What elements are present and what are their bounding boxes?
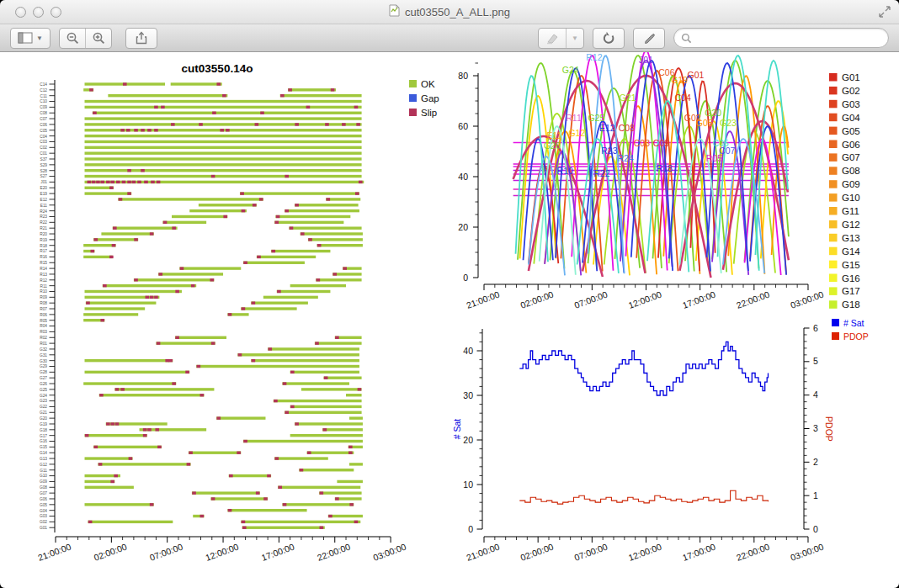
svg-text:G07: G07 (842, 152, 860, 162)
window-titlebar[interactable]: cut03550_A_ALL.png (0, 0, 899, 24)
svg-text:C03: C03 (40, 140, 47, 144)
zoom-window-button[interactable] (51, 7, 61, 18)
svg-text:E19: E19 (40, 192, 47, 196)
svg-text:J01: J01 (639, 55, 653, 65)
svg-text:0: 0 (813, 524, 818, 534)
sidebar-icon (18, 32, 33, 44)
svg-text:G25: G25 (588, 113, 605, 123)
chevron-down-icon: ▼ (572, 34, 578, 42)
svg-text:G24: G24 (562, 65, 579, 75)
svg-text:R09: R09 (40, 295, 47, 299)
svg-text:4: 4 (813, 389, 818, 400)
svg-text:G30: G30 (40, 359, 47, 363)
svg-text:R11: R11 (40, 284, 48, 289)
svg-text:R07: R07 (40, 307, 47, 311)
zoom-segment (59, 28, 112, 49)
svg-text:R23: R23 (601, 146, 617, 156)
svg-text:G07: G07 (40, 491, 47, 495)
svg-text:R08: R08 (40, 301, 47, 305)
highlight-dropdown-button[interactable]: ▼ (566, 29, 583, 48)
rotate-left-button[interactable] (593, 28, 625, 49)
svg-text:22:00:00: 22:00:00 (735, 542, 771, 563)
svg-text:G18: G18 (842, 299, 860, 310)
svg-text:G12: G12 (40, 463, 47, 467)
document-icon (389, 4, 400, 20)
svg-text:R12: R12 (40, 278, 47, 283)
svg-text:12:00:00: 12:00:00 (627, 542, 663, 563)
svg-text:R20: R20 (40, 232, 47, 236)
svg-text:G24: G24 (40, 394, 47, 398)
svg-text:G25: G25 (40, 388, 47, 392)
search-field[interactable] (673, 28, 889, 48)
preview-window: cut03550_A_ALL.png ▼ (0, 0, 899, 588)
svg-text:G10: G10 (842, 193, 860, 203)
chevron-down-icon: ▼ (36, 34, 43, 42)
svg-text:G19: G19 (671, 75, 688, 85)
svg-text:PDOP: PDOP (824, 416, 834, 442)
svg-text:R03: R03 (40, 330, 47, 334)
minimize-button[interactable] (33, 7, 44, 18)
svg-text:21:00:00: 21:00:00 (36, 542, 72, 563)
svg-text:03:00:00: 03:00:00 (789, 289, 825, 310)
zoom-out-button[interactable] (60, 29, 85, 48)
svg-text:G21: G21 (620, 93, 636, 103)
svg-text:G14: G14 (842, 246, 860, 257)
svg-text:R10: R10 (40, 289, 47, 294)
svg-text:G04: G04 (842, 113, 860, 123)
svg-text:Slip: Slip (421, 108, 437, 118)
sidebar-button[interactable]: ▼ (10, 28, 51, 49)
svg-text:E12: E12 (599, 123, 615, 133)
svg-text:G02: G02 (40, 520, 47, 524)
svg-text:1: 1 (813, 490, 818, 501)
svg-text:21:00:00: 21:00:00 (465, 542, 501, 563)
svg-text:G11: G11 (842, 206, 859, 216)
svg-text:C09: C09 (653, 138, 669, 148)
svg-text:E20: E20 (40, 186, 47, 190)
svg-text:G15: G15 (842, 260, 860, 270)
svg-text:R06: R06 (40, 313, 47, 317)
svg-text:# Sat: # Sat (843, 318, 864, 328)
markup-button[interactable] (633, 28, 665, 49)
svg-text:G05: G05 (40, 503, 47, 507)
svg-text:R15: R15 (40, 261, 47, 265)
svg-text:G17: G17 (842, 286, 860, 296)
search-input[interactable] (696, 31, 881, 45)
close-button[interactable] (15, 7, 26, 18)
obs-chart: cut03550.14oC14C12C11C10C09C08C07C06C05C… (36, 62, 439, 563)
svg-text:G05: G05 (842, 126, 860, 136)
svg-text:G03: G03 (842, 99, 860, 109)
svg-text:G02: G02 (842, 86, 860, 96)
svg-text:12:00:00: 12:00:00 (627, 289, 663, 310)
highlight-segment: ▼ (538, 28, 584, 49)
svg-text:E11: E11 (40, 204, 48, 208)
document-view: cut03550.14oC14C12C11C10C09C08C07C06C05C… (0, 52, 899, 588)
svg-text:17:00:00: 17:00:00 (260, 542, 296, 563)
svg-text:G19: G19 (40, 422, 47, 426)
svg-text:02:00:00: 02:00:00 (519, 542, 556, 563)
svg-text:30: 30 (463, 390, 473, 400)
svg-text:# Sat: # Sat (452, 419, 462, 440)
svg-text:G21: G21 (40, 411, 47, 415)
svg-text:G09: G09 (40, 479, 47, 484)
svg-text:C14: C14 (40, 82, 47, 87)
svg-text:S29: S29 (40, 163, 47, 167)
svg-text:E11: E11 (546, 130, 561, 140)
share-icon (135, 31, 148, 45)
svg-text:C10: C10 (40, 99, 47, 103)
zoom-in-button[interactable] (85, 29, 111, 48)
svg-text:C05: C05 (40, 129, 47, 133)
svg-text:17:00:00: 17:00:00 (681, 542, 717, 563)
svg-text:R19: R19 (40, 238, 47, 242)
svg-text:R18: R18 (40, 244, 47, 248)
svg-text:G29: G29 (40, 364, 47, 368)
svg-text:80: 80 (458, 71, 468, 81)
highlight-button[interactable] (539, 29, 566, 48)
svg-text:R13: R13 (40, 273, 47, 277)
svg-text:02:00:00: 02:00:00 (519, 289, 556, 310)
svg-text:R22: R22 (593, 168, 609, 178)
fullscreen-icon[interactable] (879, 6, 891, 21)
svg-text:R18: R18 (657, 163, 673, 173)
share-button[interactable] (125, 28, 157, 49)
svg-text:R02: R02 (40, 336, 47, 340)
svg-text:20: 20 (458, 222, 468, 232)
